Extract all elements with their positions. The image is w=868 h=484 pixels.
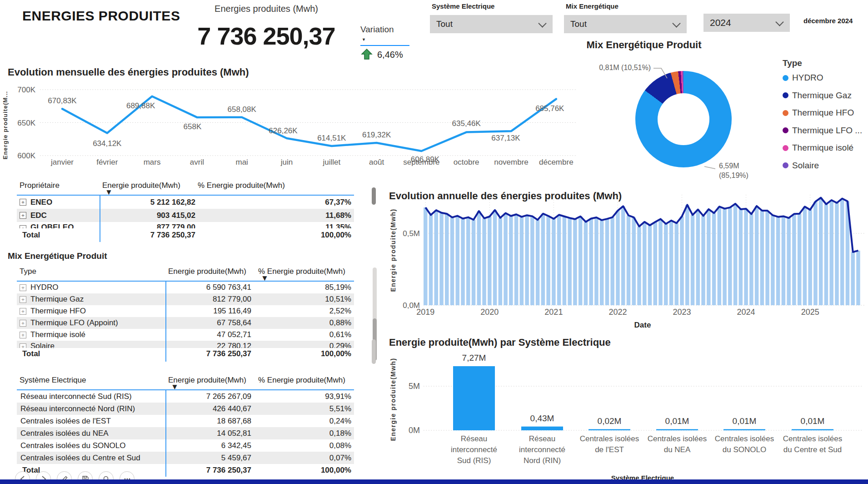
bar[interactable] [521, 427, 563, 430]
bar[interactable] [637, 227, 641, 305]
expand-icon[interactable]: + [20, 296, 26, 303]
bar[interactable] [723, 429, 765, 431]
table-row[interactable]: Total7 736 250,37100,00% [17, 228, 354, 242]
bar[interactable] [482, 218, 486, 305]
table-row[interactable]: Réseau interconnecté Sud (RIS)7 265 267,… [17, 390, 354, 403]
bar[interactable] [610, 217, 614, 305]
expand-icon[interactable]: + [20, 225, 26, 228]
table-row[interactable]: +Solaire22 780,120,29% [17, 341, 354, 348]
bar[interactable] [749, 214, 753, 305]
bar[interactable] [568, 218, 571, 305]
bar[interactable] [429, 215, 433, 305]
bar[interactable] [755, 206, 758, 305]
bar[interactable] [605, 219, 609, 305]
bar[interactable] [669, 221, 673, 305]
bar[interactable] [701, 216, 705, 305]
column-header[interactable]: % Energie produite(Mwh) [198, 181, 285, 190]
table-row[interactable]: Total7 736 250,37100,00% [17, 348, 354, 362]
bar[interactable] [803, 207, 807, 305]
bar[interactable] [792, 429, 833, 431]
column-header[interactable]: Energie produite(Mwh) [168, 267, 246, 276]
bar[interactable] [744, 209, 748, 305]
table-row[interactable]: Réseau interconnecté Nord (RIN)426 440,6… [17, 403, 354, 415]
bar[interactable] [541, 214, 545, 305]
bar[interactable] [808, 210, 812, 305]
table-row[interactable]: +GLOBELEQ877 779,0011,35% [17, 222, 354, 228]
bar[interactable] [450, 217, 454, 305]
year-dropdown[interactable]: 2024 [703, 14, 790, 32]
legend-item[interactable]: Thermique Gaz [783, 91, 852, 101]
bar[interactable] [589, 429, 630, 431]
expand-icon[interactable]: + [20, 332, 26, 338]
bar[interactable] [456, 216, 459, 305]
bar[interactable] [536, 220, 539, 305]
bar[interactable] [787, 218, 790, 305]
sort-descending-icon[interactable]: ▼ [261, 276, 269, 280]
vertical-scrollbar-thumb[interactable] [372, 339, 376, 364]
bar[interactable] [707, 209, 710, 305]
bar[interactable] [819, 198, 823, 305]
bar[interactable] [530, 216, 534, 305]
bar[interactable] [798, 214, 801, 305]
bar[interactable] [632, 217, 635, 305]
table-row[interactable]: +ENEO5 212 162,8267,37% [17, 196, 354, 209]
bar[interactable] [856, 251, 860, 305]
bar[interactable] [552, 219, 555, 305]
table-row[interactable]: +Thermique Gaz812 779,0010,51% [17, 293, 354, 305]
bar[interactable] [579, 217, 582, 305]
column-header[interactable]: Système Electrique [20, 376, 86, 385]
bar[interactable] [680, 217, 683, 305]
bar[interactable] [477, 211, 481, 305]
table-row[interactable]: Centrales isolées du SONOLO6 342,450,08% [17, 439, 354, 452]
column-header[interactable]: Energie produite(Mwh) [168, 376, 246, 385]
legend-item[interactable]: Thermique LFO ... [783, 126, 862, 136]
vertical-scrollbar-thumb[interactable] [372, 187, 376, 205]
expand-icon[interactable]: + [20, 343, 26, 348]
bar[interactable] [584, 222, 588, 305]
bar[interactable] [851, 252, 854, 305]
bar[interactable] [792, 214, 796, 305]
bar[interactable] [723, 209, 726, 305]
bar[interactable] [504, 213, 507, 305]
bar[interactable] [600, 220, 604, 305]
bar[interactable] [664, 224, 668, 305]
table-row[interactable]: +EDC903 415,0211,68% [17, 209, 354, 222]
expand-icon[interactable]: + [20, 308, 26, 315]
column-header[interactable]: % Energie produite(Mwh) [258, 376, 345, 385]
bar[interactable] [829, 200, 833, 305]
bar[interactable] [760, 211, 764, 305]
column-header[interactable]: Type [20, 267, 36, 276]
legend-item[interactable]: Thermique HFO [783, 108, 854, 118]
bar[interactable] [675, 223, 678, 305]
bar[interactable] [718, 207, 721, 305]
bar[interactable] [466, 217, 470, 305]
sort-descending-icon[interactable]: ▼ [362, 38, 366, 42]
sort-descending-icon[interactable]: ▼ [105, 190, 113, 194]
bar[interactable] [685, 205, 689, 305]
table-row[interactable]: +Thermique LFO (Appoint)67 758,640,88% [17, 317, 354, 329]
table-row[interactable]: +HYDRO6 590 763,4185,19% [17, 282, 354, 293]
mix-energetique-dropdown[interactable]: Tout [564, 15, 687, 33]
bar[interactable] [453, 366, 495, 430]
column-header[interactable]: Energie produite(Mwh) [102, 181, 180, 190]
bar[interactable] [691, 215, 694, 305]
bar[interactable] [782, 216, 785, 305]
bar[interactable] [594, 217, 598, 305]
bar[interactable] [712, 213, 716, 305]
bar[interactable] [509, 216, 513, 305]
column-header[interactable]: % Energie produite(Mwh) [258, 267, 345, 276]
expand-icon[interactable]: + [20, 199, 26, 206]
bar[interactable] [557, 215, 561, 305]
table-row[interactable]: Centrales isolées du NEA14 052,810,18% [17, 427, 354, 439]
expand-icon[interactable]: + [20, 212, 26, 219]
expand-icon[interactable]: + [20, 284, 26, 291]
table-row[interactable]: Centrales isolées du Centre et Sud5 459,… [17, 452, 354, 464]
bar[interactable] [824, 204, 828, 305]
bar[interactable] [525, 215, 529, 305]
bar[interactable] [656, 429, 698, 431]
bar[interactable] [424, 207, 427, 305]
legend-item[interactable]: Thermique isolé [783, 143, 853, 153]
bar[interactable] [573, 219, 577, 305]
bar[interactable] [472, 220, 475, 305]
variation-header[interactable]: Variation [360, 25, 394, 35]
